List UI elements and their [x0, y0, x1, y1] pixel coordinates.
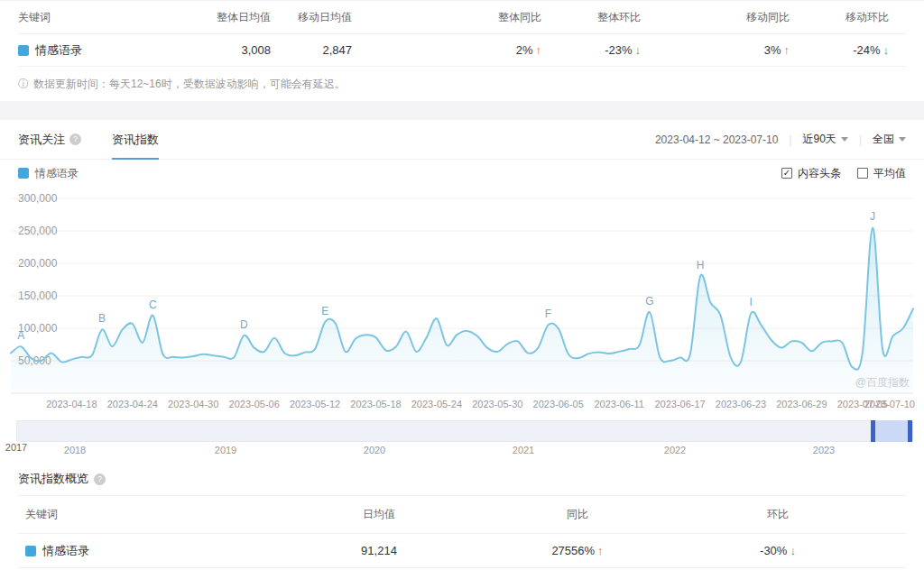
chart-controls: 2023-04-12 ~ 2023-07-10 | 近90天 | 全国: [655, 132, 906, 147]
keyword-label: 情感语录: [35, 42, 82, 59]
chevron-down-icon: [899, 137, 906, 142]
y-axis-label: 300,000: [18, 193, 58, 205]
down-arrow-icon: ↓: [790, 544, 796, 557]
info-icon: ⓘ: [18, 77, 29, 92]
overview-keyword-cell[interactable]: 情感语录: [18, 543, 271, 559]
checkbox-content-headlines[interactable]: ✓ 内容头条: [781, 166, 841, 181]
chevron-down-icon: [841, 137, 848, 142]
x-axis-label: 2023-05-24: [411, 399, 462, 409]
timeline-year-label: 2021: [513, 445, 534, 455]
timeline-years: 2017201820192020202120222023: [0, 445, 924, 460]
mobile-mom-value: -24%↓: [790, 43, 889, 57]
baidu-index-page: { "summary_table": { "columns": ["关键词", …: [0, 0, 924, 570]
overview-header-row: 关键词日均值同比环比: [18, 496, 906, 534]
x-axis-label: 2023-05-12: [290, 399, 340, 409]
slider-track[interactable]: [16, 420, 913, 442]
summary-section: 关键词整体日均值移动日均值整体同比整体环比移动同比移动环比 情感语录 3,008…: [0, 0, 924, 101]
overview-data-row: 情感语录 91,214 27556%↑ -30%↓: [18, 534, 906, 568]
summary-column-header: 整体同比: [352, 10, 541, 25]
x-axis-label: 2023-04-30: [168, 399, 218, 409]
date-range-display[interactable]: 2023-04-12 ~ 2023-07-10: [655, 133, 778, 146]
x-axis-label: 2023-04-18: [46, 399, 97, 409]
peak-marker-J[interactable]: J: [870, 210, 875, 223]
peak-marker-F[interactable]: F: [545, 308, 551, 320]
help-icon[interactable]: ?: [69, 133, 81, 145]
x-axis-label: 2023-06-05: [533, 399, 584, 409]
x-axis-label: 2023-06-29: [776, 399, 827, 409]
watermark: @百度指数: [855, 376, 910, 389]
peak-marker-C[interactable]: C: [149, 299, 157, 311]
overview-column-header: 日均值: [271, 507, 487, 522]
legend-row: 情感语录 ✓ 内容头条 平均值: [0, 160, 924, 187]
mobile-yoy-value: 3%↑: [641, 43, 790, 57]
overview-column-header: 关键词: [18, 507, 271, 522]
tab-bar: 资讯关注 ? 资讯指数 2023-04-12 ~ 2023-07-10 | 近9…: [0, 120, 924, 160]
peak-marker-A[interactable]: A: [17, 329, 24, 342]
timeline-year-label: 2023: [813, 445, 835, 455]
timeline-year-label: 2020: [364, 445, 385, 455]
summary-column-header: 移动日均值: [271, 10, 352, 25]
overview-column-header: 环比: [668, 507, 888, 522]
x-axis-label: 2023-05-30: [472, 399, 522, 409]
tab-news-attention[interactable]: 资讯关注 ?: [18, 120, 81, 159]
series-color-swatch: [25, 546, 36, 556]
trend-section: 资讯关注 ? 资讯指数 2023-04-12 ~ 2023-07-10 | 近9…: [0, 120, 924, 460]
x-axis-label: 2023-06-17: [654, 399, 705, 409]
overview-section: 资讯指数概览 ? 关键词日均值同比环比 情感语录 91,214 27556%↑ …: [0, 460, 924, 568]
section-divider: [0, 101, 924, 120]
slider-selection[interactable]: [871, 420, 912, 442]
trend-area: [11, 227, 913, 393]
y-axis-label: 200,000: [18, 257, 58, 270]
summary-data-row: 情感语录 3,008 2,847 2%↑ -23%↓ 3%↑ -24%↓: [18, 34, 906, 67]
peak-marker-H[interactable]: H: [697, 259, 705, 271]
summary-column-header: 关键词: [18, 10, 162, 25]
overall-yoy-value: 2%↑: [352, 43, 541, 57]
summary-column-header: 移动环比: [790, 10, 889, 25]
region-select[interactable]: 全国: [873, 132, 906, 147]
up-arrow-icon: ↑: [597, 544, 604, 557]
peak-marker-D[interactable]: D: [240, 318, 248, 331]
help-icon[interactable]: ?: [94, 473, 106, 485]
timeline-year-label: 2019: [215, 445, 236, 455]
y-axis-label: 150,000: [18, 290, 58, 302]
overview-title-row: 资讯指数概览 ?: [18, 460, 906, 496]
down-arrow-icon: ↓: [883, 43, 890, 57]
legend-item[interactable]: 情感语录: [18, 166, 79, 181]
chart-options: ✓ 内容头条 平均值: [781, 166, 906, 181]
overview-daily-avg: 91,214: [271, 544, 487, 557]
summary-column-header: 整体日均值: [162, 10, 271, 25]
overall-mom-value: -23%↓: [541, 43, 641, 57]
x-axis-label: 2023-05-18: [350, 399, 401, 409]
x-axis-label: 2023-06-23: [716, 399, 766, 409]
time-range-select[interactable]: 近90天: [803, 132, 848, 147]
x-axis-label: 2023-04-24: [107, 399, 158, 409]
overview-yoy: 27556%↑: [487, 544, 668, 557]
summary-column-header: 整体环比: [541, 10, 641, 25]
timeline-slider: [0, 418, 924, 442]
summary-column-header: 移动同比: [641, 10, 790, 25]
peak-marker-G[interactable]: G: [645, 295, 653, 308]
checkbox-unchecked-icon: [857, 168, 868, 179]
trend-chart[interactable]: 50,000100,000150,000200,000250,000300,00…: [0, 193, 924, 418]
divider: |: [789, 133, 791, 146]
series-color-swatch: [18, 45, 29, 56]
tab-news-index[interactable]: 资讯指数: [112, 120, 159, 159]
x-axis-label: 2023-07-10: [864, 399, 915, 409]
series-color-swatch: [18, 168, 29, 179]
overview-mom: -30%↓: [668, 544, 888, 557]
checkbox-checked-icon: ✓: [781, 168, 792, 179]
timeline-year-label: 2018: [64, 445, 86, 455]
peak-marker-E[interactable]: E: [321, 305, 328, 317]
mobile-daily-avg-value: 2,847: [271, 43, 352, 57]
divider: |: [859, 133, 862, 146]
checkbox-average[interactable]: 平均值: [857, 166, 906, 181]
peak-marker-I[interactable]: I: [750, 296, 753, 308]
overview-title: 资讯指数概览: [18, 471, 88, 487]
peak-marker-B[interactable]: B: [98, 312, 106, 325]
x-axis-label: 2023-06-11: [594, 399, 643, 409]
summary-header-row: 关键词整体日均值移动日均值整体同比整体环比移动同比移动环比: [18, 1, 906, 34]
overview-column-header: 同比: [487, 507, 668, 522]
summary-keyword-cell[interactable]: 情感语录: [18, 42, 162, 59]
y-axis-label: 250,000: [18, 225, 58, 237]
x-axis-label: 2023-05-06: [229, 399, 280, 409]
